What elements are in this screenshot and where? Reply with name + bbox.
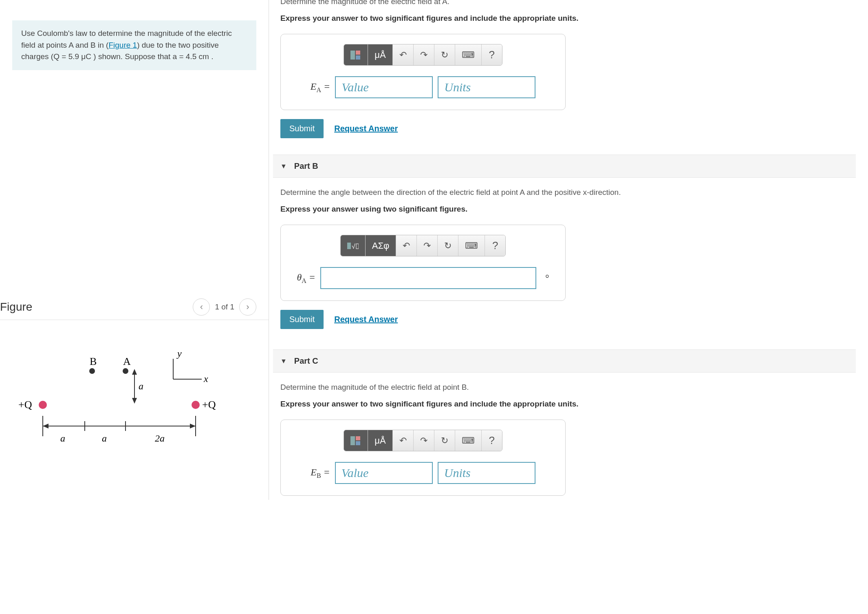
partA-toolbar: μÅ ↶ ↷ ↻ ⌨ ? [344, 44, 502, 66]
partC-header[interactable]: ▼ Part C [273, 349, 856, 373]
redo-icon[interactable]: ↷ [417, 235, 438, 256]
help-icon[interactable]: ? [482, 44, 502, 65]
undo-icon[interactable]: ↶ [396, 235, 417, 256]
svg-rect-21 [347, 243, 351, 249]
svg-rect-19 [356, 51, 360, 55]
degree-symbol: ° [545, 273, 549, 284]
partB-request-answer-link[interactable]: Request Answer [334, 315, 398, 324]
label-plusQ-right: +Q [202, 399, 216, 411]
svg-point-7 [39, 401, 47, 409]
partC-value-input[interactable] [335, 462, 433, 484]
svg-marker-15 [190, 424, 196, 428]
collapse-icon: ▼ [280, 358, 287, 365]
label-a: a [139, 381, 143, 391]
undo-icon[interactable]: ↶ [393, 430, 414, 451]
redo-icon[interactable]: ↷ [414, 44, 434, 65]
undo-icon[interactable]: ↶ [393, 44, 414, 65]
units-button[interactable]: μÅ [368, 430, 392, 451]
svg-marker-3 [132, 369, 137, 375]
partA-answer-box: μÅ ↶ ↷ ↻ ⌨ ? EA = [280, 34, 566, 110]
format-button[interactable] [344, 44, 368, 65]
help-icon[interactable]: ? [482, 430, 502, 451]
svg-rect-25 [356, 436, 360, 440]
label-x: x [203, 373, 208, 384]
svg-marker-4 [132, 398, 137, 404]
svg-text:a: a [60, 433, 65, 444]
partC-toolbar: μÅ ↶ ↷ ↻ ⌨ ? [344, 430, 502, 451]
units-button[interactable]: μÅ [368, 44, 392, 65]
svg-rect-20 [356, 55, 360, 60]
partA-instruction: Express your answer to two significant f… [280, 13, 856, 24]
partC-var-label: EB = [311, 467, 330, 479]
reset-icon[interactable]: ↻ [434, 44, 455, 65]
svg-text:√: √ [352, 243, 355, 250]
partB-var-label: θA = [297, 272, 315, 285]
figure-link[interactable]: Figure 1 [108, 41, 137, 49]
label-A: A [123, 356, 131, 367]
svg-rect-24 [350, 436, 355, 445]
partC-answer-box: μÅ ↶ ↷ ↻ ⌨ ? EB = [280, 420, 566, 496]
svg-point-1 [123, 368, 128, 374]
partB-answer-box: √ ΑΣφ ↶ ↷ ↻ ⌨ ? θA = ° [280, 225, 566, 301]
svg-text:a: a [102, 433, 107, 444]
partA-submit-button[interactable]: Submit [280, 119, 324, 138]
greek-button[interactable]: ΑΣφ [366, 235, 397, 256]
partC-units-input[interactable] [438, 462, 535, 484]
label-y: y [176, 348, 182, 359]
partB-toolbar: √ ΑΣφ ↶ ↷ ↻ ⌨ ? [340, 235, 506, 256]
partB-label: Part B [294, 161, 318, 171]
svg-point-0 [89, 368, 95, 374]
figure-next-button[interactable]: › [239, 298, 256, 316]
label-plusQ-left: +Q [18, 399, 32, 411]
figure-pager: 1 of 1 [215, 303, 234, 311]
partA-request-answer-link[interactable]: Request Answer [334, 124, 398, 133]
svg-marker-14 [43, 424, 48, 428]
help-icon[interactable]: ? [485, 235, 505, 256]
svg-point-8 [192, 401, 200, 409]
label-2a: 2a [155, 433, 165, 444]
partA-units-input[interactable] [438, 76, 535, 98]
partC-instruction: Express your answer to two significant f… [280, 398, 848, 410]
format-button[interactable] [344, 430, 368, 451]
format-button[interactable]: √ [341, 235, 366, 256]
partC-label: Part C [294, 356, 318, 366]
partB-submit-button[interactable]: Submit [280, 310, 324, 329]
svg-rect-23 [356, 244, 359, 249]
figure-diagram: B A a y x +Q +Q a a 2a [12, 345, 240, 459]
collapse-icon: ▼ [280, 163, 287, 170]
partB-instruction: Express your answer using two significan… [280, 203, 848, 215]
figure-prev-button[interactable]: ‹ [193, 298, 210, 316]
partC-prompt: Determine the magnitude of the electric … [280, 382, 848, 393]
figure-title: Figure [0, 300, 32, 314]
label-B: B [90, 356, 97, 367]
redo-icon[interactable]: ↷ [414, 430, 434, 451]
keyboard-icon[interactable]: ⌨ [458, 235, 485, 256]
partA-prompt: Determine the magnitude of the electric … [280, 0, 856, 8]
reset-icon[interactable]: ↻ [434, 430, 455, 451]
keyboard-icon[interactable]: ⌨ [455, 44, 482, 65]
partB-header[interactable]: ▼ Part B [273, 155, 856, 178]
partA-value-input[interactable] [335, 76, 433, 98]
reset-icon[interactable]: ↻ [438, 235, 458, 256]
partB-prompt: Determine the angle between the directio… [280, 187, 848, 199]
problem-statement: Use Coulomb's law to determine the magni… [12, 20, 256, 70]
partB-value-input[interactable] [320, 267, 536, 289]
svg-rect-26 [356, 441, 360, 445]
keyboard-icon[interactable]: ⌨ [455, 430, 482, 451]
svg-rect-18 [350, 51, 355, 60]
partA-var-label: EA = [311, 81, 330, 94]
